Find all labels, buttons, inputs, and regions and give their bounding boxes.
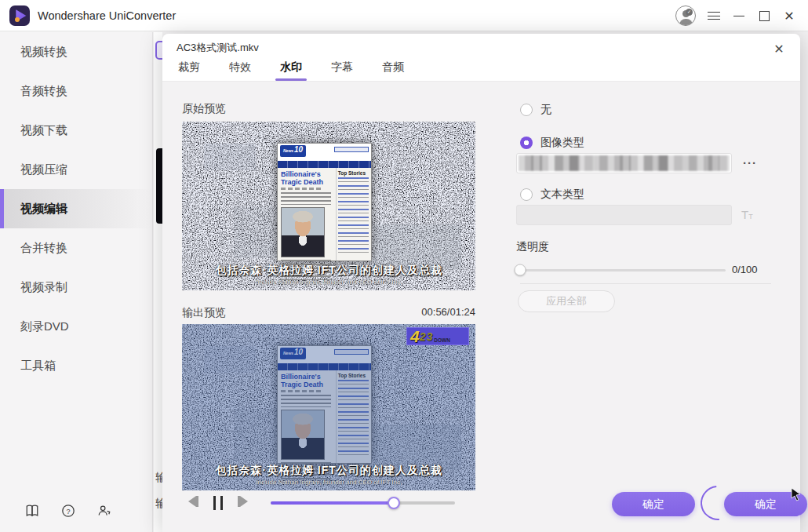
- title-bar: Wondershare UniConverter ✓ ✕: [0, 0, 808, 31]
- opacity-label: 透明度: [516, 240, 549, 254]
- progress-thumb[interactable]: [388, 497, 400, 509]
- clipped-add-files-icon: [155, 41, 162, 60]
- tab-effects[interactable]: 特效: [227, 60, 253, 81]
- dialog-title: AC3格式测试.mkv: [177, 41, 259, 55]
- original-preview-video: News10 Billionaire's Tragic Death Top St…: [182, 122, 475, 290]
- tab-subtitle[interactable]: 字幕: [329, 60, 355, 81]
- original-preview-label: 原始预览: [182, 102, 226, 116]
- sidebar-item-label: 视频编辑: [20, 202, 67, 217]
- output-preview-video: News10 Billionaire's Tragic Death Top St…: [182, 324, 475, 490]
- divider: [520, 283, 771, 284]
- top-stories-label: Top Stories: [338, 170, 369, 176]
- dialog-close-icon[interactable]: ✕: [770, 40, 788, 57]
- dialog-header: AC3格式测试.mkv ✕ 裁剪 特效 水印 字幕 音频: [162, 34, 800, 82]
- text-font-icon: TT: [741, 208, 753, 222]
- sidebar-item-video-download[interactable]: 视频下载: [0, 111, 152, 150]
- radio-text-circle[interactable]: [520, 188, 533, 201]
- radio-none-circle[interactable]: [520, 104, 533, 116]
- help-icon[interactable]: ?: [61, 504, 75, 518]
- progress-fill: [271, 501, 394, 505]
- radio-none-label: 无: [540, 103, 551, 117]
- sidebar-item-label: 视频录制: [20, 280, 67, 295]
- radio-image-circle[interactable]: [520, 137, 533, 149]
- playback-progress-slider[interactable]: [271, 498, 455, 508]
- radio-text-label: 文本类型: [540, 188, 584, 202]
- manual-book-icon[interactable]: [25, 504, 39, 518]
- close-window-icon[interactable]: ✕: [780, 6, 799, 25]
- app-title: Wondershare UniConverter: [38, 9, 176, 22]
- news-search-bar: [334, 147, 369, 152]
- dialog-tabs: 裁剪 特效 水印 字幕 音频: [177, 60, 406, 81]
- sidebar-item-video-convert[interactable]: 视频转换: [0, 32, 152, 71]
- video-subtitles: 包括奈森·英格拉姆 IFT公司的创建人及总裁 Include Nathan In…: [182, 464, 475, 486]
- sidebar-item-video-edit[interactable]: 视频编辑: [0, 189, 152, 228]
- playback-time: 00:56/01:24: [182, 306, 475, 318]
- clipped-video-thumbnail: [156, 148, 162, 224]
- edit-dialog: AC3格式测试.mkv ✕ 裁剪 特效 水印 字幕 音频 原始预览 News10…: [162, 34, 800, 532]
- portrait-photo: [281, 207, 325, 257]
- news-headline: Billionaire's Tragic Death: [281, 170, 334, 186]
- background-clip: [204, 144, 256, 170]
- sidebar-item-label: 视频转换: [20, 45, 67, 60]
- sidebar-item-label: 视频下载: [20, 123, 67, 138]
- newspaper-page: News10 Billionaire's Tragic Death Top St…: [277, 143, 372, 261]
- sidebar-item-audio-convert[interactable]: 音频转换: [0, 71, 152, 111]
- apply-all-button[interactable]: 应用全部: [518, 290, 615, 312]
- avatar-badge-icon: ✓: [686, 9, 693, 16]
- menu-icon[interactable]: [704, 6, 723, 25]
- video-subtitles: 包括奈森·英格拉姆 IFT公司的创建人及总裁 Include Nathan In…: [182, 264, 475, 286]
- avatar-body: [679, 19, 693, 26]
- sidebar-item-label: 合并转换: [20, 241, 67, 256]
- account-avatar[interactable]: ✓: [675, 5, 696, 26]
- news-navbar: [278, 161, 371, 168]
- sidebar-item-label: 视频压缩: [20, 162, 67, 177]
- pause-button[interactable]: [213, 496, 223, 510]
- sidebar-item-screen-record[interactable]: 视频录制: [0, 268, 152, 307]
- contact-icon[interactable]: [97, 504, 111, 518]
- previous-frame-button[interactable]: [188, 496, 198, 507]
- opacity-track[interactable]: [520, 269, 726, 271]
- sidebar-item-label: 刻录DVD: [20, 319, 69, 334]
- sidebar: 视频转换 音频转换 视频下载 视频压缩 视频编辑 合并转换 视频录制 刻录DVD…: [0, 32, 153, 532]
- image-path-input[interactable]: [516, 153, 732, 173]
- browse-file-button[interactable]: ···: [740, 156, 760, 172]
- confirm-button[interactable]: 确定: [612, 492, 695, 516]
- sidebar-item-label: 工具箱: [20, 359, 56, 373]
- tab-watermark[interactable]: 水印: [278, 60, 304, 81]
- app-logo-icon: [9, 5, 30, 26]
- clipped-output-label: 输: [155, 471, 162, 485]
- radio-image-type[interactable]: 图像类型: [520, 136, 584, 150]
- svg-text:?: ?: [66, 508, 70, 516]
- opacity-thumb[interactable]: [515, 264, 526, 276]
- redacted-image-path: [519, 155, 730, 171]
- sidebar-item-label: 音频转换: [20, 84, 67, 99]
- sidebar-item-toolbox[interactable]: 工具箱: [0, 346, 152, 385]
- sidebar-item-burn-dvd[interactable]: 刻录DVD: [0, 307, 152, 346]
- minimize-icon[interactable]: [730, 6, 748, 25]
- radio-text-type[interactable]: 文本类型: [520, 188, 584, 202]
- sidebar-item-video-compress[interactable]: 视频压缩: [0, 150, 152, 189]
- image-watermark: 4 23 DOWN: [406, 327, 469, 345]
- radio-image-label: 图像类型: [540, 136, 584, 150]
- news-logo: News10: [280, 145, 306, 157]
- opacity-value: 0/100: [732, 264, 773, 275]
- maximize-icon[interactable]: [755, 6, 773, 25]
- watermark-text-input[interactable]: [516, 205, 732, 225]
- mouse-cursor: [790, 487, 803, 505]
- next-frame-button[interactable]: [238, 496, 248, 507]
- opacity-slider[interactable]: [520, 264, 726, 275]
- radio-none[interactable]: 无: [520, 103, 551, 117]
- sidebar-item-merge-convert[interactable]: 合并转换: [0, 228, 152, 268]
- tab-audio[interactable]: 音频: [380, 60, 406, 81]
- clipped-output-label: 输: [155, 497, 162, 511]
- background-main-window: 输 输: [154, 32, 162, 532]
- tab-crop[interactable]: 裁剪: [177, 60, 202, 81]
